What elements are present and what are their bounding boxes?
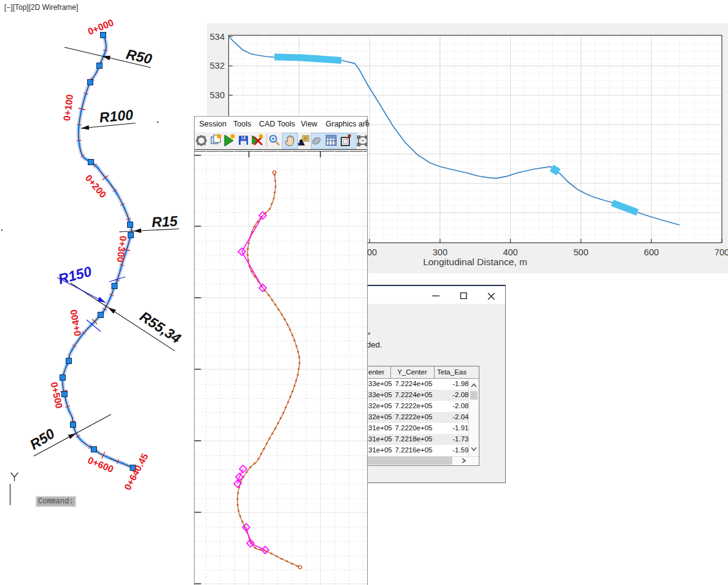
svg-text:532: 532	[210, 61, 225, 71]
svg-text:R100: R100	[99, 107, 134, 126]
svg-text:R15: R15	[151, 213, 179, 230]
svg-text:0+400: 0+400	[68, 309, 83, 337]
svg-text:0+300: 0+300	[115, 235, 128, 263]
svg-text:0+100: 0+100	[61, 94, 75, 122]
svg-text:534: 534	[210, 32, 225, 42]
svg-text:R50: R50	[27, 425, 58, 453]
svg-text:700: 700	[714, 247, 728, 257]
svg-text:500: 500	[573, 247, 588, 257]
svg-text:Longitudinal Distance, m: Longitudinal Distance, m	[423, 257, 527, 267]
svg-text:400: 400	[503, 247, 517, 257]
svg-text:R50: R50	[125, 46, 153, 67]
svg-text:R150: R150	[56, 263, 93, 287]
svg-text:R55,34: R55,34	[137, 308, 184, 346]
svg-text:0+640.45: 0+640.45	[122, 451, 150, 492]
svg-text:300: 300	[433, 247, 447, 257]
svg-text:530: 530	[210, 90, 225, 100]
svg-text:600: 600	[644, 247, 659, 257]
